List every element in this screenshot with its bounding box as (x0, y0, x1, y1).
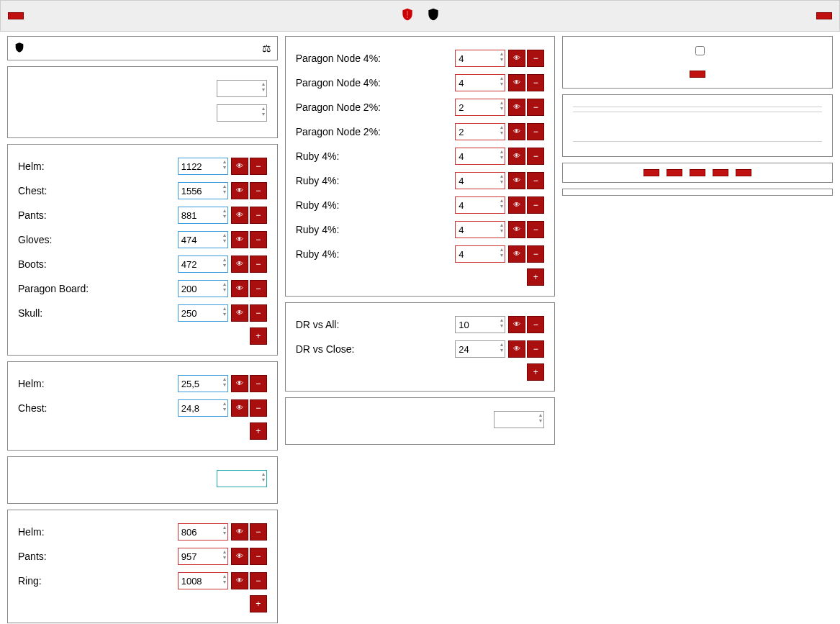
armor-base-label: Gloves: (18, 234, 178, 245)
armor-base-label: Pants: (18, 209, 178, 221)
import-button[interactable] (713, 169, 728, 176)
balance-icon: ⚖ (262, 42, 271, 54)
add-max-life-add-button[interactable]: + (250, 595, 267, 612)
remove-row-button[interactable]: − (250, 207, 267, 224)
armor-pct-input[interactable] (178, 375, 228, 392)
toggle-visibility-button[interactable]: 👁 (231, 548, 248, 565)
toggle-visibility-button[interactable]: 👁 (508, 340, 525, 358)
toggle-visibility-button[interactable]: 👁 (231, 523, 248, 541)
toggle-visibility-button[interactable]: 👁 (231, 572, 248, 589)
remove-row-button[interactable]: − (527, 123, 544, 140)
remove-row-button[interactable]: − (250, 256, 267, 273)
remove-row-button[interactable]: − (250, 375, 267, 392)
armor-pct-input[interactable] (178, 399, 228, 417)
dr-label: DR vs All: (296, 319, 456, 330)
dr-input[interactable] (455, 340, 505, 358)
remove-row-button[interactable]: − (527, 221, 544, 238)
armor-base-input[interactable] (178, 280, 228, 297)
export-button[interactable] (690, 169, 705, 176)
toggle-visibility-button[interactable]: 👁 (231, 256, 248, 273)
enemy-level-input[interactable] (494, 411, 544, 428)
field-row: Paragon Node 4%:👁− (296, 48, 545, 68)
remove-row-button[interactable]: − (250, 523, 267, 541)
remove-row-button[interactable]: − (527, 196, 544, 214)
remove-row-button[interactable]: − (527, 50, 544, 67)
toggle-visibility-button[interactable]: 👁 (231, 375, 248, 392)
max-life-add-input[interactable] (178, 572, 228, 589)
toggle-visibility-button[interactable]: 👁 (508, 99, 525, 116)
field-row: Paragon Board:👁− (18, 279, 267, 299)
remove-row-button[interactable]: − (527, 172, 544, 189)
add-dr-button[interactable]: + (527, 363, 544, 381)
max-life-pct-input[interactable] (455, 172, 505, 189)
remove-row-button[interactable]: − (527, 74, 544, 91)
remove-row-button[interactable]: − (250, 182, 267, 199)
armor-base-input[interactable] (178, 207, 228, 224)
max-life-pct-input[interactable] (455, 50, 505, 67)
toggle-visibility-button[interactable]: 👁 (508, 196, 525, 214)
toggle-visibility-button[interactable]: 👁 (231, 399, 248, 417)
dr-input[interactable] (455, 316, 505, 333)
max-life-pct-input[interactable] (455, 99, 505, 116)
toggle-visibility-button[interactable]: 👁 (231, 207, 248, 224)
max-life-pct-input[interactable] (455, 221, 505, 238)
load-button[interactable] (667, 169, 682, 176)
max-life-pct-label: Ruby 4%: (296, 248, 456, 260)
toggle-visibility-button[interactable]: 👁 (508, 221, 525, 238)
create-button[interactable] (816, 12, 832, 19)
armor-base-input[interactable] (178, 231, 228, 248)
max-life-pct-input[interactable] (455, 196, 505, 214)
max-life-pct-input[interactable] (455, 245, 505, 263)
toggle-visibility-button[interactable]: 👁 (508, 123, 525, 140)
fortify-checkbox[interactable] (695, 46, 705, 55)
add-max-life-pct-button[interactable]: + (527, 268, 544, 286)
toggle-visibility-button[interactable]: 👁 (231, 158, 248, 175)
strength-input[interactable] (217, 104, 267, 122)
max-life-pct-input[interactable] (455, 123, 505, 140)
armor-base-input[interactable] (178, 182, 228, 199)
base-life-input[interactable] (217, 80, 267, 97)
topbar (0, 0, 840, 32)
toggle-visibility-button[interactable]: 👁 (508, 148, 525, 165)
remove-row-button[interactable]: − (250, 304, 267, 322)
add-armor-base-button[interactable]: + (250, 327, 267, 345)
toggle-visibility-button[interactable]: 👁 (508, 316, 525, 333)
title-wrap (24, 7, 816, 25)
toggle-visibility-button[interactable]: 👁 (508, 74, 525, 91)
enemy-panel (285, 397, 556, 445)
remove-row-button[interactable]: − (250, 572, 267, 589)
calculate-panel (562, 36, 833, 89)
remove-row-button[interactable]: − (250, 280, 267, 297)
remove-row-button[interactable]: − (250, 548, 267, 565)
save-button[interactable] (643, 169, 659, 176)
column-left: ⚖ Helm:👁−Chest:👁−Pants:👁−Gloves:👁−Boots:… (7, 36, 278, 624)
toggle-visibility-button[interactable]: 👁 (508, 172, 525, 189)
remove-row-button[interactable]: − (250, 399, 267, 417)
remove-row-button[interactable]: − (250, 158, 267, 175)
remove-row-button[interactable]: − (250, 231, 267, 248)
remove-row-button[interactable]: − (527, 340, 544, 358)
max-life-add-input[interactable] (178, 523, 228, 541)
toggle-visibility-button[interactable]: 👁 (508, 245, 525, 263)
close-button[interactable] (736, 169, 751, 176)
armor-base-input[interactable] (178, 158, 228, 175)
elem-res-input[interactable] (217, 470, 267, 487)
max-life-pct-input[interactable] (455, 148, 505, 165)
toggle-visibility-button[interactable]: 👁 (231, 182, 248, 199)
remove-row-button[interactable]: − (527, 316, 544, 333)
armor-base-input[interactable] (178, 256, 228, 273)
remove-row-button[interactable]: − (527, 148, 544, 165)
max-life-add-input[interactable] (178, 548, 228, 565)
add-armor-pct-button[interactable]: + (250, 422, 267, 440)
toggle-visibility-button[interactable]: 👁 (231, 304, 248, 322)
armor-base-input[interactable] (178, 304, 228, 322)
max-life-pct-input[interactable] (455, 74, 505, 91)
max-life-pct-label: Paragon Node 4%: (296, 77, 456, 89)
toggle-visibility-button[interactable]: 👁 (231, 231, 248, 248)
remove-row-button[interactable]: − (527, 245, 544, 263)
toggle-visibility-button[interactable]: 👁 (231, 280, 248, 297)
calculate-button[interactable] (690, 71, 705, 78)
toggle-visibility-button[interactable]: 👁 (508, 50, 525, 67)
options-button[interactable] (8, 12, 24, 19)
remove-row-button[interactable]: − (527, 99, 544, 116)
